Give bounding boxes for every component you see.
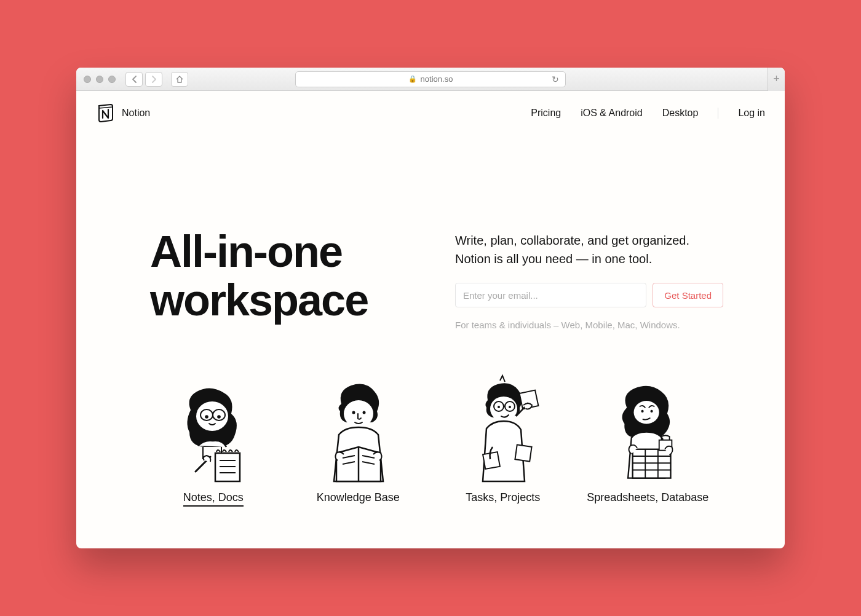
nav-pricing[interactable]: Pricing (531, 108, 561, 119)
notion-logo-icon (96, 103, 116, 123)
svg-point-3 (205, 415, 208, 419)
signup-row: Get Started (455, 283, 723, 307)
nav-divider (718, 108, 718, 119)
logo[interactable]: Notion (96, 103, 150, 123)
nav-mobile[interactable]: iOS & Android (581, 108, 643, 119)
nav-buttons (125, 72, 162, 87)
forward-button[interactable] (145, 72, 162, 87)
database-illustration (601, 373, 694, 484)
maximize-window-icon[interactable] (108, 76, 116, 83)
svg-point-10 (363, 411, 366, 414)
feature-label: Spreadsheets, Database (587, 491, 708, 504)
get-started-button[interactable]: Get Started (653, 283, 723, 307)
feature-notes-docs[interactable]: Notes, Docs (144, 373, 283, 507)
address-bar[interactable]: 🔒 notion.so ↻ (295, 71, 566, 87)
feature-label: Knowledge Base (317, 491, 400, 504)
hero-subtitle: Write, plan, collaborate, and get organi… (455, 231, 723, 268)
svg-point-4 (217, 415, 221, 419)
new-tab-button[interactable]: + (768, 68, 785, 91)
window-controls (84, 76, 116, 83)
browser-toolbar: 🔒 notion.so ↻ + (76, 68, 785, 91)
url-text: notion.so (421, 74, 453, 84)
tasks-illustration (457, 373, 549, 484)
feature-knowledge-base[interactable]: Knowledge Base (289, 373, 428, 507)
svg-point-26 (651, 410, 653, 413)
svg-rect-23 (483, 452, 500, 469)
feature-label: Notes, Docs (183, 491, 244, 507)
feature-tasks-projects[interactable]: Tasks, Projects (434, 373, 573, 507)
knowledge-base-illustration (312, 373, 404, 484)
hero-headline: All-in-one workspace (150, 227, 418, 330)
nav-login[interactable]: Log in (738, 108, 765, 119)
lock-icon: 🔒 (408, 75, 417, 83)
email-input[interactable] (455, 283, 646, 307)
home-button[interactable] (171, 72, 188, 87)
hero-cta-block: Write, plan, collaborate, and get organi… (455, 227, 723, 330)
hero-title-line1: All-in-one (150, 227, 342, 276)
notes-illustration (167, 373, 260, 484)
site-header: Notion Pricing iOS & Android Desktop Log… (76, 91, 785, 135)
nav-desktop[interactable]: Desktop (662, 108, 699, 119)
feature-label: Tasks, Projects (466, 491, 540, 504)
hero: All-in-one workspace Write, plan, collab… (76, 135, 785, 330)
hero-meta: For teams & individuals – Web, Mobile, M… (455, 320, 723, 330)
svg-point-20 (509, 406, 511, 408)
hero-title-line2: workspace (150, 275, 368, 325)
svg-point-24 (634, 401, 659, 424)
back-button[interactable] (125, 72, 143, 87)
logo-text: Notion (122, 108, 150, 119)
browser-window: 🔒 notion.so ↻ + Notion Pricing iOS & And (76, 68, 785, 548)
features-row: Notes, Docs (76, 330, 785, 507)
svg-point-25 (641, 410, 644, 413)
refresh-icon[interactable]: ↻ (552, 74, 559, 84)
svg-point-9 (352, 411, 355, 414)
svg-rect-22 (515, 444, 531, 461)
svg-point-19 (498, 406, 500, 408)
minimize-window-icon[interactable] (96, 76, 103, 83)
close-window-icon[interactable] (84, 76, 91, 83)
feature-spreadsheets-database[interactable]: Spreadsheets, Database (579, 373, 718, 507)
hero-title: All-in-one workspace (150, 227, 418, 325)
nav-links: Pricing iOS & Android Desktop Log in (531, 108, 765, 119)
page-content: Notion Pricing iOS & Android Desktop Log… (76, 91, 785, 548)
